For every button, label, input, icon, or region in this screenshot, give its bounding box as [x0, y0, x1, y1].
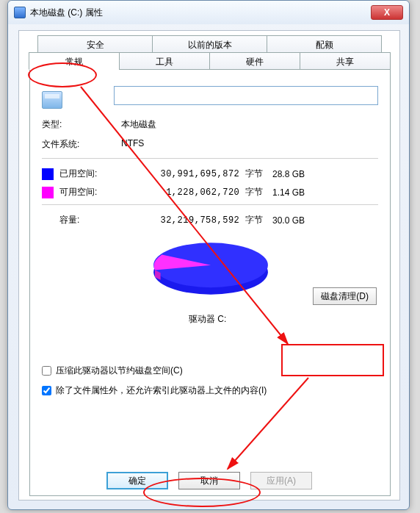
used-human: 28.8 GB: [272, 169, 331, 179]
space-table: 已用空间: 30,991,695,872 字节 28.8 GB 可用空间: 1,…: [42, 168, 378, 226]
tab-hardware[interactable]: 硬件: [209, 52, 300, 70]
divider: [42, 204, 378, 205]
drive-icon: [14, 7, 26, 18]
tab-security[interactable]: 安全: [37, 35, 153, 53]
drive-info: 类型: 本地磁盘 文件系统: NTFS: [42, 118, 378, 151]
tabstrip: 安全 以前的版本 配额 常规 工具 硬件 共享: [19, 31, 399, 73]
apply-button: 应用(A): [250, 472, 312, 489]
disk-cleanup-button[interactable]: 磁盘清理(D): [313, 287, 377, 305]
compress-checkbox[interactable]: 压缩此驱动器以节约磁盘空间(C): [42, 365, 378, 377]
cap-human: 30.0 GB: [272, 215, 331, 226]
cap-label: 容量:: [59, 214, 133, 226]
ok-button[interactable]: 确定: [106, 472, 168, 489]
compress-label: 压缩此驱动器以节约磁盘空间(C): [56, 365, 183, 377]
cancel-button[interactable]: 取消: [178, 472, 240, 489]
used-swatch-icon: [42, 168, 54, 180]
close-button[interactable]: X: [371, 5, 403, 20]
used-label: 已用空间:: [59, 168, 133, 180]
drive-letter-label: 驱动器 C:: [189, 313, 226, 326]
cap-bytes: 32,219,758,592 字节: [133, 214, 272, 226]
type-value: 本地磁盘: [121, 118, 156, 131]
dialog-body: 安全 以前的版本 配额 常规 工具 硬件 共享 类型: 本地磁盘: [18, 30, 400, 501]
tab-quota[interactable]: 配额: [267, 35, 382, 53]
options: 压缩此驱动器以节约磁盘空间(C) 除了文件属性外，还允许索引此驱动器上文件的内容…: [42, 365, 378, 397]
index-checkbox[interactable]: 除了文件属性外，还允许索引此驱动器上文件的内容(I): [42, 384, 378, 397]
divider: [42, 158, 378, 159]
index-label: 除了文件属性外，还允许索引此驱动器上文件的内容(I): [56, 384, 267, 397]
properties-dialog: 本地磁盘 (C:) 属性 X 安全 以前的版本 配额 常规 工具 硬件 共享: [7, 0, 410, 510]
free-label: 可用空间:: [59, 186, 133, 198]
window-title: 本地磁盘 (C:) 属性: [30, 7, 371, 19]
index-checkbox-input[interactable]: [42, 386, 51, 395]
cap-swatch-spacer: [42, 215, 54, 226]
tab-sharing[interactable]: 共享: [300, 52, 391, 70]
tab-previous-versions[interactable]: 以前的版本: [152, 35, 267, 53]
pie-svg: [141, 234, 280, 304]
free-human: 1.14 GB: [272, 187, 331, 198]
drive-large-icon: [42, 91, 62, 109]
free-swatch-icon: [42, 187, 54, 198]
free-bytes: 1,228,062,720 字节: [133, 186, 272, 198]
dialog-buttons: 确定 取消 应用(A): [19, 467, 399, 494]
titlebar[interactable]: 本地磁盘 (C:) 属性 X: [8, 1, 409, 24]
type-label: 类型:: [42, 118, 121, 131]
general-panel: 类型: 本地磁盘 文件系统: NTFS 已用空间: 30,991,695,872…: [29, 70, 391, 496]
filesystem-value: NTFS: [121, 138, 144, 151]
drive-name-input[interactable]: [114, 86, 378, 105]
tab-tools[interactable]: 工具: [119, 52, 210, 70]
used-bytes: 30,991,695,872 字节: [133, 168, 272, 180]
tab-general[interactable]: 常规: [29, 52, 120, 70]
filesystem-label: 文件系统:: [42, 138, 121, 151]
compress-checkbox-input[interactable]: [42, 366, 51, 376]
